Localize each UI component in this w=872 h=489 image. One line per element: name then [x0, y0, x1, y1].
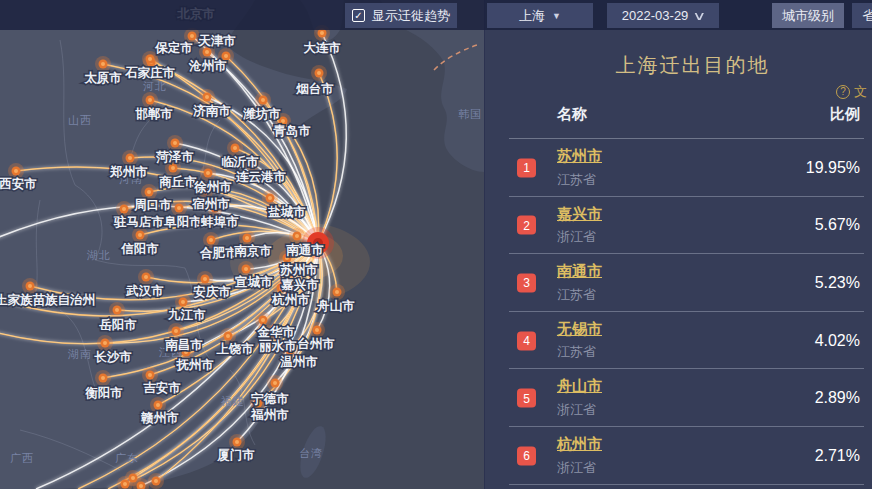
city-dot-core	[203, 277, 207, 281]
destination-row: 4无锡市江苏省4.02%	[485, 312, 872, 370]
city-dot-core	[154, 479, 158, 483]
city-label: 信阳市	[120, 242, 159, 256]
city-label: 石家庄市	[124, 66, 176, 80]
city-link[interactable]: 嘉兴市	[557, 205, 602, 224]
city-dot-core	[148, 98, 152, 102]
city-label: 金华市	[256, 325, 295, 339]
city-label: 驻马店市	[113, 215, 165, 229]
city-label: 天津市	[197, 34, 236, 48]
ratio-value: 19.95%	[806, 159, 860, 177]
city-link[interactable]: 南通市	[557, 262, 602, 281]
city-dot-core	[174, 329, 178, 333]
trend-checkbox-group[interactable]: ✓ 显示迁徙趋势	[345, 3, 457, 28]
destination-row: 5舟山市浙江省2.89%	[485, 369, 872, 427]
rank-badge: 3	[517, 273, 536, 292]
city-label: 徐州市	[193, 180, 232, 194]
city-label: 南通市	[285, 243, 324, 257]
question-icon: ?	[836, 85, 850, 99]
city-label: 吉安市	[143, 381, 181, 395]
city-dot-core	[148, 57, 152, 61]
column-name: 名称	[557, 105, 587, 124]
city-label: 邯郸市	[135, 107, 173, 121]
city-dot-core	[103, 341, 107, 345]
city-dot-core	[205, 50, 209, 54]
top-toolbar: ✓ 显示迁徙趋势 上海 ▼ 2022-03-29 ∨ 城市级别 省	[0, 0, 872, 30]
region-label: 广东	[115, 452, 139, 464]
city-dropdown-value: 上海	[519, 7, 545, 25]
city-label: 丽水市	[258, 339, 297, 353]
caret-down-icon: ▼	[552, 11, 561, 21]
city-label: 土家族苗族自治州	[0, 293, 95, 307]
city-label: 临沂市	[221, 155, 259, 169]
city-dot-core	[224, 54, 228, 58]
trend-checkbox-label: 显示迁徙趋势	[372, 7, 450, 25]
region-label: 福建	[221, 395, 245, 407]
city-label: 宿州市	[191, 197, 230, 211]
city-link[interactable]: 苏州市	[557, 147, 602, 166]
city-label: 宁德市	[250, 391, 289, 406]
map-canvas[interactable]: 山西河北河南湖北湖南江西广西广东福建台湾韩国北京市天津市保定市大连市太原市石家庄…	[0, 0, 484, 489]
city-dot-core	[181, 300, 185, 304]
ratio-value: 5.67%	[815, 216, 860, 234]
city-dot-core	[171, 166, 175, 170]
city-dot-core	[148, 373, 152, 377]
city-dot-core	[320, 31, 324, 35]
city-dot-core	[144, 275, 148, 279]
city-label: 青岛市	[273, 124, 311, 138]
region-label: 台湾	[299, 447, 323, 459]
tab-city-level[interactable]: 城市级别	[772, 3, 844, 28]
city-label: 九江市	[167, 308, 206, 322]
city-dropdown[interactable]: 上海 ▼	[487, 3, 593, 28]
help-label: 文	[854, 83, 867, 101]
rank-badge: 1	[517, 158, 536, 177]
region-label: 湖北	[86, 249, 111, 261]
city-label: 衡阳市	[84, 386, 123, 400]
city-label: 嘉兴市	[281, 278, 319, 292]
city-link[interactable]: 无锡市	[557, 320, 602, 339]
date-picker[interactable]: 2022-03-29 ∨	[607, 3, 719, 28]
province-label: 江苏省	[557, 171, 596, 189]
city-dot-core	[226, 334, 230, 338]
city-label: 舟山市	[316, 299, 355, 313]
city-dot-core	[315, 328, 319, 332]
panel-title: 上海迁出目的地	[499, 52, 872, 79]
city-dot-core	[156, 403, 160, 407]
city-dot-core	[273, 381, 277, 385]
checkbox-checked-icon[interactable]: ✓	[352, 9, 365, 22]
city-dot-core	[128, 156, 132, 160]
rank-badge: 5	[517, 389, 536, 408]
region-label: 广西	[10, 452, 34, 464]
help-link[interactable]: ? 文	[836, 83, 867, 101]
city-label: 南昌市	[164, 338, 203, 352]
city-label: 温州市	[279, 355, 318, 369]
city-label: 上饶市	[216, 342, 254, 356]
city-label: 杭州市	[271, 292, 310, 307]
city-label: 太原市	[83, 71, 122, 85]
chevron-down-icon: ∨	[693, 9, 707, 23]
rank-badge: 4	[517, 331, 536, 350]
city-dot-core	[244, 267, 248, 271]
city-dot-core	[206, 171, 210, 175]
region-label: 山西	[68, 114, 92, 126]
province-label: 江苏省	[557, 343, 596, 361]
city-label: 苏州市	[279, 263, 318, 277]
tab-province-level[interactable]: 省	[852, 3, 872, 28]
city-dot-core	[101, 376, 105, 380]
city-label: 济南市	[192, 104, 231, 118]
city-label: 阜阳市	[163, 215, 202, 229]
city-dot-core	[317, 71, 321, 75]
city-link[interactable]: 杭州市	[557, 435, 602, 454]
ratio-value: 2.71%	[815, 447, 860, 465]
destination-row: 2嘉兴市浙江省5.67%	[485, 197, 872, 255]
city-label: 岳阳市	[98, 318, 137, 332]
migration-app: 山西河北河南湖北湖南江西广西广东福建台湾韩国北京市天津市保定市大连市太原市石家庄…	[0, 0, 872, 489]
city-dot-core	[295, 234, 299, 238]
city-dot-core	[335, 290, 339, 294]
ratio-value: 2.89%	[815, 389, 860, 407]
city-dot-core	[177, 206, 181, 210]
map-svg: 山西河北河南湖北湖南江西广西广东福建台湾韩国北京市天津市保定市大连市太原市石家庄…	[0, 0, 484, 489]
city-dot-core	[233, 146, 237, 150]
city-label: 安庆市	[193, 285, 231, 299]
table-header: 名称 比例	[557, 105, 860, 124]
city-link[interactable]: 舟山市	[557, 377, 602, 396]
